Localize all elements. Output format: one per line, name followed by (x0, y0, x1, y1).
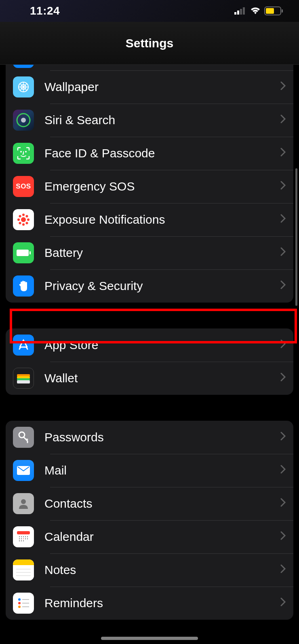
scrollbar[interactable] (295, 168, 297, 306)
settings-group-accounts: Passwords Mail Contacts (6, 421, 293, 620)
chevron-right-icon (280, 564, 286, 576)
svg-rect-47 (13, 565, 34, 580)
chevron-right-icon (280, 181, 286, 192)
svg-rect-23 (29, 251, 31, 254)
chevron-right-icon (280, 597, 286, 609)
settings-row-contacts[interactable]: Contacts (6, 487, 293, 520)
svg-point-40 (23, 538, 24, 539)
svg-point-51 (18, 598, 21, 601)
svg-rect-3 (243, 7, 245, 15)
chevron-right-icon (280, 280, 286, 292)
key-icon (13, 427, 34, 448)
svg-point-13 (21, 217, 26, 222)
settings-row-sos[interactable]: SOS Emergency SOS (6, 170, 293, 203)
settings-row-mail[interactable]: Mail (6, 454, 293, 487)
row-label: Exposure Notifications (44, 213, 280, 227)
wallpaper-icon (13, 76, 34, 97)
contacts-icon (13, 493, 34, 514)
row-label: Wallpaper (44, 80, 280, 94)
page-title: Settings (126, 36, 173, 50)
svg-point-10 (21, 118, 26, 123)
svg-rect-6 (282, 9, 283, 13)
svg-point-15 (22, 223, 25, 226)
row-label: App Store (44, 338, 280, 352)
svg-point-35 (23, 536, 24, 537)
settings-row-reminders[interactable]: Reminders (6, 587, 293, 620)
chevron-right-icon (280, 373, 286, 384)
battery-status-icon (264, 6, 283, 15)
svg-point-18 (19, 215, 21, 218)
svg-point-39 (21, 538, 22, 539)
wallet-icon (13, 368, 34, 389)
mail-icon (13, 460, 34, 481)
settings-row-siri[interactable]: Siri & Search (6, 104, 293, 137)
svg-point-53 (18, 602, 21, 604)
settings-row-exposure[interactable]: Exposure Notifications (6, 203, 293, 236)
settings-group-general: Wallpaper Siri & Search Face ID & Pass (6, 65, 293, 303)
chevron-right-icon (280, 531, 286, 542)
row-label: Privacy & Security (44, 279, 280, 293)
svg-point-38 (19, 538, 20, 539)
settings-row-battery[interactable]: Battery (6, 236, 293, 269)
row-label: Siri & Search (44, 113, 280, 127)
svg-point-37 (27, 536, 28, 537)
row-label: Mail (44, 464, 280, 477)
chevron-right-icon (280, 114, 286, 126)
exposure-icon (13, 209, 34, 230)
settings-row-notes[interactable]: Notes (6, 553, 293, 587)
header: Settings (0, 22, 299, 65)
svg-point-14 (22, 214, 25, 216)
svg-point-36 (25, 536, 26, 537)
svg-rect-5 (266, 8, 274, 14)
row-label: Reminders (44, 596, 280, 610)
row-label: Contacts (44, 497, 280, 511)
siri-icon (13, 110, 34, 131)
svg-point-42 (27, 538, 28, 539)
settings-row-wallpaper[interactable]: Wallpaper (6, 70, 293, 104)
row-label: Passwords (44, 430, 280, 444)
svg-rect-1 (237, 11, 239, 15)
svg-point-16 (17, 218, 20, 221)
appstore-icon (13, 335, 34, 356)
row-label: Notes (44, 563, 280, 577)
svg-point-20 (19, 222, 21, 225)
svg-rect-31 (17, 531, 30, 534)
row-label: Emergency SOS (44, 180, 280, 193)
wifi-icon (250, 7, 261, 15)
svg-point-11 (20, 151, 22, 153)
reminders-icon (13, 593, 34, 614)
home-indicator[interactable] (101, 637, 198, 640)
row-label: Face ID & Passcode (44, 146, 280, 160)
settings-row-passwords[interactable]: Passwords (6, 421, 293, 454)
row-label: Battery (44, 246, 280, 260)
cellular-icon (234, 7, 246, 15)
svg-point-41 (25, 538, 26, 539)
svg-point-30 (21, 499, 26, 504)
accessibility-icon (13, 65, 34, 68)
svg-rect-27 (17, 380, 30, 383)
settings-row-accessibility[interactable] (6, 65, 293, 70)
chevron-right-icon (280, 498, 286, 509)
svg-point-19 (26, 215, 28, 218)
svg-point-21 (26, 222, 28, 225)
svg-point-55 (18, 606, 21, 608)
svg-point-43 (19, 540, 20, 541)
svg-rect-22 (17, 250, 29, 256)
settings-row-wallet[interactable]: Wallet (6, 362, 293, 395)
chevron-right-icon (280, 81, 286, 93)
settings-row-privacy[interactable]: Privacy & Security (6, 269, 293, 303)
settings-row-faceid[interactable]: Face ID & Passcode (6, 137, 293, 170)
chevron-right-icon (280, 465, 286, 476)
sos-icon: SOS (13, 176, 34, 197)
chevron-right-icon (280, 214, 286, 225)
faceid-icon (13, 143, 34, 164)
notes-icon (13, 559, 34, 580)
settings-row-calendar[interactable]: Calendar (6, 520, 293, 553)
settings-row-appstore[interactable]: App Store (6, 328, 293, 362)
status-time: 11:24 (30, 4, 60, 17)
settings-list[interactable]: Wallpaper Siri & Search Face ID & Pass (0, 65, 299, 644)
svg-point-33 (19, 536, 20, 537)
chevron-right-icon (280, 148, 286, 159)
svg-rect-0 (234, 12, 236, 15)
calendar-icon (13, 526, 34, 547)
